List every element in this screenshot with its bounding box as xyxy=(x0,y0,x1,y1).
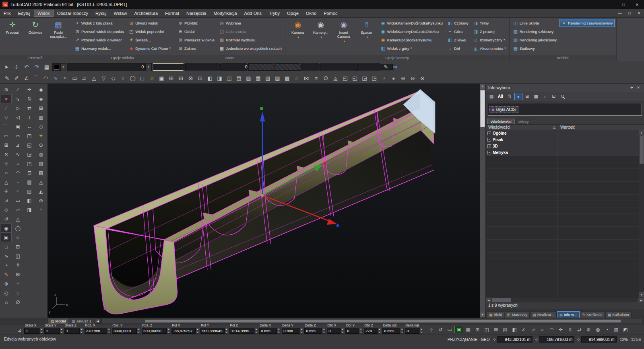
pen-icon[interactable]: ✎ xyxy=(382,63,390,72)
spin-down-icon[interactable]: ▼ xyxy=(419,331,423,334)
copy-icon[interactable]: ⊞ xyxy=(523,93,531,100)
tool-1-21[interactable]: ≡ xyxy=(12,279,23,288)
ribbon-item-z-lewej[interactable]: ◧Z lewej xyxy=(446,36,470,44)
ribbon-item-rendering-zaawansowany[interactable]: ●Rendering zaawansowany xyxy=(559,19,614,27)
spin-down-icon[interactable]: ▼ xyxy=(60,331,63,334)
draw-tool-4[interactable]: ◠ xyxy=(41,74,50,83)
snap-tool-19[interactable]: ◔ xyxy=(603,326,611,333)
tool-0-8[interactable]: ⊹ xyxy=(1,159,12,168)
ribbon-item-izometryczny[interactable]: ◇Izometryczny▾ xyxy=(471,36,508,44)
draw-tool-26[interactable]: ▦ xyxy=(254,74,263,83)
draw-tool-12[interactable]: ○ xyxy=(118,74,128,83)
ribbon-item-widok-z-gory[interactable]: ◧Widok z góry▾ xyxy=(379,44,444,52)
combo-disabled-4[interactable]: ▾ xyxy=(357,63,380,71)
tool-2-1[interactable]: ⇅ xyxy=(24,94,35,103)
property-category-metryka[interactable]: +Metryka xyxy=(486,150,639,156)
draw-tool-30[interactable]: ⌂ xyxy=(292,74,301,83)
field-input-delta-odl[interactable]: 0 mm xyxy=(382,328,400,334)
panel-hscroll-thumb[interactable] xyxy=(492,298,511,302)
tool-2-2[interactable]: ⇄ xyxy=(24,103,35,113)
spin-down-icon[interactable]: ▼ xyxy=(299,331,303,334)
select-tool-icon[interactable]: ➤ xyxy=(2,63,11,72)
draw-tool-5[interactable]: ∿ xyxy=(51,74,60,83)
filter-icon[interactable]: ▤ xyxy=(487,93,495,100)
tool-3-0[interactable]: ◆ xyxy=(35,85,46,94)
selected-object[interactable]: ◆ Bryła ACIS xyxy=(489,106,519,113)
ribbon-item-przybliz[interactable]: ⊕Przybliż xyxy=(176,19,216,27)
tool-1-23[interactable]: ∅ xyxy=(12,298,23,307)
ribbon-item-jednolicie-we-wszystkich-rzutach[interactable]: ▦Jednolicie we wszystkich rzutach xyxy=(217,44,283,52)
ribbon-item-widokkamerydosrodkarysunku[interactable]: ◉WidokKameryDoŚrodkaRysunku xyxy=(379,19,444,27)
ribbon-item-rozmiar-wydruku[interactable]: ▥Rozmiar wydruku xyxy=(217,36,283,44)
menu-item-tryby[interactable]: Tryby xyxy=(265,10,283,17)
panel-scroll-right-icon[interactable]: ▶ xyxy=(638,298,644,302)
geo-mode[interactable]: GEO xyxy=(481,337,489,342)
combo-disabled-3[interactable]: ▾ xyxy=(320,63,356,71)
tool-0-20[interactable]: ✎ xyxy=(1,270,12,279)
vscroll-thumb[interactable] xyxy=(480,90,485,127)
field-input-obr-x[interactable]: 0 xyxy=(327,328,341,334)
dropdown-icon[interactable]: ▾ xyxy=(146,64,151,71)
draw-tool-13[interactable]: ◯ xyxy=(128,74,137,83)
ribbon-item-powieksz-w-oknie[interactable]: ⊞Powiększ w oknie xyxy=(176,36,216,44)
field-input-delta-y[interactable]: 0 mm xyxy=(282,328,299,334)
palette-tab-kreslenie[interactable]: ✎Kreślenie xyxy=(580,311,605,318)
ribbon-item-zakres[interactable]: ⊡Zakres xyxy=(176,44,216,52)
snap-tool-0[interactable]: ⊹ xyxy=(427,326,436,333)
spin-up-icon[interactable]: ▲ xyxy=(400,328,404,331)
spin-up-icon[interactable]: ▲ xyxy=(277,328,281,331)
snap-tool-16[interactable]: ⇄ xyxy=(575,326,584,333)
field-input-skala-y[interactable]: 1 xyxy=(44,328,60,334)
draw-tool-8[interactable]: ▱ xyxy=(80,74,89,83)
sheet-nav-left-icon[interactable]: ◀ xyxy=(95,319,101,324)
tool-1-9[interactable]: ◠ xyxy=(12,168,23,177)
tool-0-6[interactable]: ⊞ xyxy=(1,140,12,150)
draw-tool-1[interactable]: ✐ xyxy=(12,74,21,83)
tool-0-0[interactable]: ⊕ xyxy=(1,85,12,94)
draw-tool-33[interactable]: ∅ xyxy=(321,74,330,83)
draw-tool-38[interactable]: ◳ xyxy=(369,74,379,83)
field-spinner[interactable]: ▲▼ xyxy=(254,328,258,334)
snap-tool-20[interactable]: ▧ xyxy=(612,326,621,333)
field-spinner[interactable]: ▲▼ xyxy=(419,328,423,334)
tool-3-8[interactable]: ▨ xyxy=(35,159,46,168)
draw-tool-18[interactable]: ⊟ xyxy=(176,74,186,83)
draw-tool-35[interactable]: ◰ xyxy=(341,74,350,83)
tool-0-17[interactable]: □ xyxy=(1,242,12,251)
scroll-down-icon[interactable]: ▼ xyxy=(480,312,485,318)
close-button[interactable]: ✕ xyxy=(630,0,644,9)
tool-1-8[interactable]: ○ xyxy=(12,159,23,168)
ribbon-item-utworz-widok[interactable]: ⊞Utwórz widok xyxy=(127,19,172,27)
field-spinner[interactable]: ▲▼ xyxy=(196,328,199,334)
palette-tab-realizat[interactable]: ▤Realizat... xyxy=(530,311,557,318)
panel-scroll-left-icon[interactable]: ◀ xyxy=(486,298,491,302)
tool-0-7[interactable]: ✕ xyxy=(1,150,12,159)
spin-down-icon[interactable]: ▼ xyxy=(225,331,228,334)
tool-3-4[interactable]: ◇ xyxy=(35,122,46,131)
draw-tool-36[interactable]: ◱ xyxy=(350,74,359,83)
palette-tab-bloki[interactable]: ▦Bloki xyxy=(487,311,504,318)
sort-icon[interactable]: ⇅ xyxy=(506,93,514,100)
ribbon-item-widokkamerydoczolaobiektu[interactable]: ◉WidokKameryDoCzołaObiektu xyxy=(379,27,444,35)
field-spinner[interactable]: ▲▼ xyxy=(400,328,404,334)
snap-tool-11[interactable]: ⊿ xyxy=(528,326,537,333)
snap-tool-2[interactable]: ▭ xyxy=(445,326,454,333)
tool-0-16[interactable]: ▣ xyxy=(1,233,12,242)
draw-tool-39[interactable]: ◔ xyxy=(379,74,388,83)
ribbon-item-tylny[interactable]: ◨Tylny xyxy=(471,19,508,27)
undo-icon[interactable]: ↶ xyxy=(22,63,31,72)
search-icon[interactable] xyxy=(559,93,567,100)
ribbon-item-dol[interactable]: ◒Dół xyxy=(446,44,470,52)
property-category-3d[interactable]: +3D xyxy=(486,143,639,150)
tool-1-11[interactable]: ≈ xyxy=(12,187,23,196)
snap-tool-10[interactable]: ∠ xyxy=(519,326,528,333)
draw-tool-34[interactable]: ◬ xyxy=(331,74,340,83)
tool-0-10[interactable]: △ xyxy=(1,177,12,187)
panel-scroll-up-icon[interactable]: ▲ xyxy=(639,130,644,135)
tool-2-11[interactable]: ▤ xyxy=(24,187,35,196)
tool-3-2[interactable]: ⊞ xyxy=(35,103,46,113)
tool-1-19[interactable]: # xyxy=(12,261,23,270)
dropdown-icon[interactable]: ▾ xyxy=(60,64,66,71)
tool-0-15[interactable]: ◉ xyxy=(1,224,12,233)
menu-item-edytuj[interactable]: Edytuj xyxy=(14,10,34,17)
